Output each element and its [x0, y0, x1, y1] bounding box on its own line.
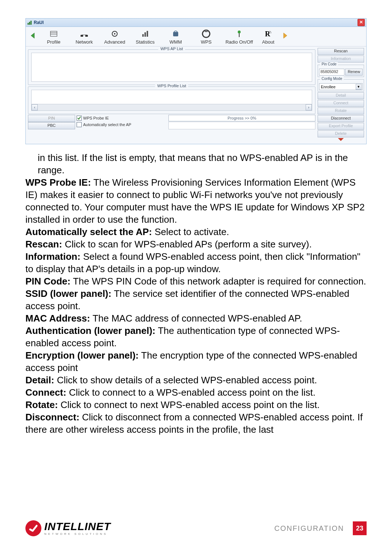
- svg-rect-2: [30, 21, 32, 25]
- doc-term: Information:: [25, 251, 81, 262]
- wps-profile-list[interactable]: ‹ ›: [31, 90, 312, 111]
- app-title-text: RaUI: [34, 20, 44, 25]
- wps-profile-list-label: WPS Profile List: [155, 84, 188, 88]
- tab-advanced[interactable]: Advanced: [100, 28, 130, 45]
- delete-button[interactable]: Delete: [318, 130, 364, 137]
- svg-point-10: [114, 33, 115, 35]
- status-box: [168, 122, 315, 129]
- doc-line: Select to activate.: [152, 226, 229, 237]
- pbc-mode-button[interactable]: PBC: [28, 122, 75, 129]
- wps-profile-list-group: WPS Profile List ‹ ›: [28, 86, 315, 114]
- doc-line: Click to connect to a WPS-enabled access…: [66, 387, 315, 398]
- toolbar-next[interactable]: [280, 28, 290, 43]
- config-mode-label: Config Mode: [320, 77, 344, 81]
- chevron-down-icon: ▾: [356, 84, 362, 90]
- pin-code-group: Pin Code 85805092 Renew: [318, 65, 364, 77]
- brand-mark-icon: [25, 520, 41, 536]
- config-mode-select[interactable]: Enrollee ▾: [319, 83, 363, 90]
- doc-term: MAC Address:: [25, 313, 90, 324]
- arrow-left-icon: [29, 32, 37, 40]
- brand-name: INTELLINET: [44, 521, 111, 532]
- wps-ap-list[interactable]: [31, 53, 312, 82]
- wps-probe-ie-checkbox-row[interactable]: WPS Probe IE: [77, 115, 168, 121]
- connect-button[interactable]: Connect: [318, 100, 364, 107]
- doc-line: Click to connect to next WPS-enabled acc…: [58, 399, 320, 410]
- doc-term: Rescan:: [25, 239, 62, 250]
- doc-term: Automatically select the AP:: [25, 226, 152, 237]
- doc-term: SSID (lower panel):: [25, 288, 111, 299]
- tab-radio[interactable]: Radio On/Off: [222, 28, 257, 45]
- page-number: 23: [353, 521, 367, 535]
- doc-term: Authentication (lower panel):: [25, 325, 155, 336]
- wps-probe-ie-label: WPS Probe IE: [83, 116, 109, 120]
- checkbox-unchecked-icon: [77, 122, 82, 127]
- scroll-left-button[interactable]: ‹: [32, 104, 38, 110]
- svg-rect-7: [85, 35, 88, 37]
- rotate-button[interactable]: Rotate: [318, 108, 364, 114]
- app-icon: [27, 20, 32, 25]
- svg-rect-11: [142, 34, 144, 37]
- auto-select-ap-checkbox-row[interactable]: Automatically select the AP: [77, 121, 168, 128]
- brand-logo: INTELLINET NETWORK SOLUTIONS: [25, 520, 111, 536]
- svg-rect-3: [50, 31, 57, 36]
- arrow-right-icon: [281, 32, 289, 40]
- checkbox-checked-icon: [77, 116, 82, 121]
- tab-network[interactable]: Network: [69, 28, 99, 45]
- titlebar: RaUI ✕: [26, 19, 366, 27]
- tab-about[interactable]: R About: [257, 28, 279, 45]
- svg-rect-12: [144, 32, 146, 37]
- brand-tagline: NETWORK SOLUTIONS: [44, 533, 111, 536]
- doc-line: The MAC address of connected WPS-enabled…: [90, 313, 302, 324]
- wps-ap-list-label: WPS AP List: [158, 47, 185, 51]
- doc-term: Connect:: [25, 387, 66, 398]
- document-body: in this list. If the list is empty, that…: [25, 152, 367, 436]
- config-mode-group: Config Mode Enrollee ▾: [318, 79, 364, 92]
- about-icon: R: [264, 29, 273, 39]
- svg-point-15: [238, 31, 241, 33]
- tab-profile[interactable]: Profile: [39, 28, 69, 45]
- tab-wps[interactable]: WPS: [191, 28, 221, 45]
- chart-icon: [140, 29, 150, 39]
- horizontal-scrollbar[interactable]: ‹ ›: [32, 104, 312, 110]
- svg-rect-0: [28, 23, 29, 25]
- svg-rect-6: [81, 35, 83, 37]
- svg-rect-1: [29, 22, 30, 25]
- doc-term: WPS Probe IE:: [25, 177, 91, 188]
- side-panel: Rescan Information Pin Code 85805092 Ren…: [318, 48, 364, 141]
- wps-icon: [201, 29, 211, 39]
- scroll-right-button[interactable]: ›: [306, 104, 312, 110]
- pin-mode-button[interactable]: PIN: [28, 115, 75, 122]
- svg-rect-14: [173, 32, 178, 36]
- detail-button[interactable]: Detail: [318, 92, 364, 99]
- pin-code-label: Pin Code: [320, 62, 338, 66]
- svg-rect-13: [147, 31, 148, 37]
- config-mode-value: Enrollee: [321, 85, 335, 89]
- progress-bar: Progress >> 0%: [168, 115, 315, 121]
- svg-text:R: R: [265, 30, 270, 38]
- expand-down-icon[interactable]: [338, 138, 344, 141]
- wps-ap-list-group: WPS AP List: [28, 49, 315, 85]
- rescan-button[interactable]: Rescan: [318, 48, 364, 55]
- doc-term: Detail:: [25, 375, 54, 386]
- doc-line: Click to show details of a selected WPS-…: [54, 375, 317, 386]
- close-button[interactable]: ✕: [358, 19, 365, 26]
- tab-wmm[interactable]: WMM: [161, 28, 191, 45]
- pin-code-value: 85805092: [319, 69, 344, 76]
- section-label: CONFIGURATION: [274, 524, 344, 533]
- doc-term: Rotate:: [25, 399, 58, 410]
- auto-select-ap-label: Automatically select the AP: [83, 122, 131, 127]
- toolbar-prev[interactable]: [28, 28, 38, 43]
- network-icon: [79, 29, 89, 39]
- doc-term: PIN Code:: [25, 276, 70, 287]
- wmm-icon: [171, 29, 180, 39]
- tab-statistics[interactable]: Statistics: [130, 28, 160, 45]
- app-title: RaUI: [27, 20, 44, 25]
- disconnect-button[interactable]: Disconnect: [318, 115, 364, 122]
- gear-icon: [110, 29, 119, 39]
- export-profile-button[interactable]: Export Profile: [318, 123, 364, 130]
- information-button[interactable]: Information: [318, 56, 364, 62]
- doc-term: Disconnect:: [25, 412, 79, 423]
- renew-button[interactable]: Renew: [345, 69, 363, 76]
- doc-line: in this list. If the list is empty, that…: [38, 152, 348, 175]
- toolbar: Profile Network Advanced Statistics WMM …: [26, 27, 366, 47]
